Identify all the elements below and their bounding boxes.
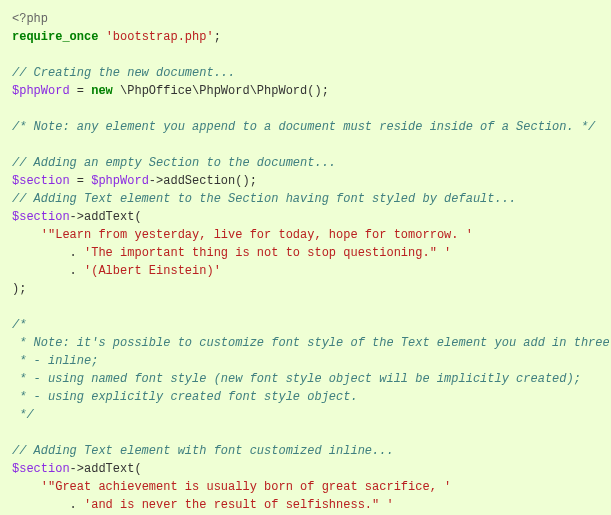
call-addtext: ->addText(	[70, 210, 142, 224]
string-bootstrap: 'bootstrap.php'	[106, 30, 214, 44]
line-15: . '(Albert Einstein)'	[12, 264, 221, 278]
line-12: $section->addText(	[12, 210, 142, 224]
line-14: . 'The important thing is not to stop qu…	[12, 246, 451, 260]
var-phpword: $phpWord	[91, 174, 149, 188]
eq-op: =	[70, 174, 92, 188]
line-26: $section->addText(	[12, 462, 142, 476]
comment-block-close: */	[12, 408, 34, 422]
comment-adding-text-inline: // Adding Text element with font customi…	[12, 444, 394, 458]
class-phpword: \PhpOffice\PhpWord\PhpWord();	[120, 84, 329, 98]
php-open-tag: <?php	[12, 12, 48, 26]
eq-op: =	[70, 84, 92, 98]
indent	[12, 228, 41, 242]
concat-dot: .	[70, 498, 84, 512]
php-code-block: <?php require_once 'bootstrap.php'; // C…	[0, 0, 611, 515]
semicolon: ;	[214, 30, 221, 44]
string-einstein: '(Albert Einstein)'	[84, 264, 221, 278]
var-section: $section	[12, 174, 70, 188]
space	[113, 84, 120, 98]
comment-block-named: * - using named font style (new font sty…	[12, 372, 581, 386]
line-2: require_once 'bootstrap.php';	[12, 30, 221, 44]
keyword-new: new	[91, 84, 113, 98]
comment-note-section: /* Note: any element you append to a doc…	[12, 120, 595, 134]
line-28: . 'and is never the result of selfishnes…	[12, 498, 394, 512]
line-1: <?php	[12, 12, 48, 26]
string-achievement-2: 'and is never the result of selfishness.…	[84, 498, 394, 512]
comment-block-open: /*	[12, 318, 26, 332]
call-addsection: ->addSection();	[149, 174, 257, 188]
indent	[12, 498, 70, 512]
close-call: );	[12, 282, 26, 296]
keyword-require: require_once	[12, 30, 98, 44]
concat-dot: .	[70, 264, 84, 278]
var-section: $section	[12, 210, 70, 224]
comment-block-explicit: * - using explicitly created font style …	[12, 390, 358, 404]
line-13: '"Learn from yesterday, live for today, …	[12, 228, 473, 242]
indent	[12, 264, 70, 278]
indent	[12, 246, 70, 260]
string-quote-1: '"Learn from yesterday, live for today, …	[41, 228, 473, 242]
var-phpword: $phpWord	[12, 84, 70, 98]
line-10: $section = $phpWord->addSection();	[12, 174, 257, 188]
comment-block-inline: * - inline;	[12, 354, 98, 368]
string-quote-2: 'The important thing is not to stop ques…	[84, 246, 451, 260]
concat-dot: .	[70, 246, 84, 260]
indent	[12, 480, 41, 494]
var-section: $section	[12, 462, 70, 476]
comment-block-note: * Note: it's possible to customize font …	[12, 336, 611, 350]
string-achievement-1: '"Great achievement is usually born of g…	[41, 480, 451, 494]
call-addtext: ->addText(	[70, 462, 142, 476]
line-27: '"Great achievement is usually born of g…	[12, 480, 451, 494]
line-5: $phpWord = new \PhpOffice\PhpWord\PhpWor…	[12, 84, 329, 98]
comment-adding-section: // Adding an empty Section to the docume…	[12, 156, 336, 170]
comment-adding-text: // Adding Text element to the Section ha…	[12, 192, 516, 206]
comment-creating: // Creating the new document...	[12, 66, 235, 80]
